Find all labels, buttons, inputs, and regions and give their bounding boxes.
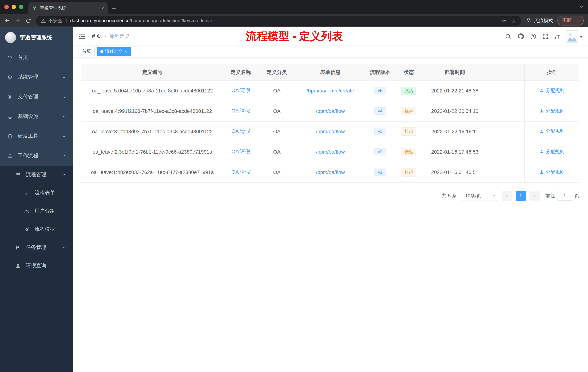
user-icon: [539, 149, 544, 154]
assign-rule-link[interactable]: 分配规则: [539, 128, 565, 135]
assign-rule-label: 分配规则: [546, 128, 565, 135]
definition-name-link[interactable]: OA 请假: [231, 108, 250, 114]
security-label[interactable]: 不安全: [48, 17, 63, 24]
sidebar-item-leave-query[interactable]: 请假查询: [0, 257, 73, 275]
assign-rule-link[interactable]: 分配规则: [539, 108, 565, 114]
definition-table-body: oa_leave:5:004b710b-7b8a-11ec-8ef0-acde4…: [82, 80, 579, 182]
version-badge: v2: [374, 148, 386, 155]
sidebar-item-home[interactable]: 首页: [0, 48, 73, 67]
tab-title: 芋道管理系统: [40, 5, 98, 11]
form-link[interactable]: /bpm/oa/flow: [316, 169, 345, 175]
assign-rule-link[interactable]: 分配规则: [539, 169, 565, 175]
sidebar-item-label: 系统管理: [18, 74, 62, 80]
definition-name-link[interactable]: OA 请假: [231, 87, 250, 93]
sidebar-logo[interactable]: 芋道管理系统: [0, 27, 73, 48]
column-header: 定义编号: [82, 65, 223, 80]
yen-icon: [7, 94, 13, 100]
definition-name-link[interactable]: OA 请假: [231, 169, 250, 175]
forward-button[interactable]: [15, 17, 21, 24]
sidebar-item-payment[interactable]: 支付管理: [0, 87, 73, 107]
browser-tab[interactable]: 芋道管理系统: [28, 2, 108, 14]
chevron-up-icon: [62, 154, 66, 158]
form-document-icon: [23, 190, 30, 196]
breadcrumb-current: 流程定义: [109, 33, 130, 40]
assign-rule-label: 分配规则: [546, 149, 565, 155]
fullscreen-icon[interactable]: [543, 33, 548, 39]
definition-category: OA: [258, 142, 295, 162]
password-key-icon[interactable]: [501, 18, 507, 23]
sidebar-item-infrastructure[interactable]: 基础设施: [0, 107, 73, 126]
logo-avatar: [5, 32, 16, 43]
tab-search-chevron-icon[interactable]: [579, 4, 584, 9]
prev-page-button[interactable]: ‹: [502, 191, 512, 201]
back-button[interactable]: [4, 17, 10, 24]
help-question-icon[interactable]: [530, 33, 536, 40]
navbar-actions: [505, 30, 582, 43]
sidebar-item-label: 流程模型: [34, 226, 66, 233]
table-row: oa_leave:5:004b710b-7b8a-11ec-8ef0-acde4…: [82, 80, 579, 101]
assign-rule-label: 分配规则: [546, 108, 565, 114]
form-link[interactable]: /bpm/oa/flow: [316, 129, 345, 134]
column-header: 状态: [395, 65, 422, 80]
definition-name-link[interactable]: OA 请假: [231, 149, 250, 154]
sidebar-item-process-model[interactable]: 流程模型: [0, 220, 73, 238]
url-host: dashboard.yudao.iocoder.cn: [70, 18, 130, 23]
tag-process-definition[interactable]: 流程定义: [97, 47, 131, 56]
goto-page-input[interactable]: [557, 191, 572, 201]
definition-id: oa_leave:2:3c1f0ef1-76b1-11ec-9c66-a2380…: [82, 142, 223, 162]
zoom-window-button[interactable]: [19, 5, 23, 9]
sidebar-item-system[interactable]: 系统管理: [0, 67, 73, 87]
form-link[interactable]: /bpm/oa/leave/create: [306, 88, 354, 94]
bookmark-star-icon[interactable]: [511, 17, 516, 24]
chevron-up-icon: [62, 173, 66, 177]
browser-menu-icon[interactable]: [575, 17, 580, 23]
font-size-icon[interactable]: [555, 33, 560, 40]
next-page-button[interactable]: ›: [529, 191, 540, 201]
sidebar-item-process-form[interactable]: 流程表单: [0, 184, 73, 202]
current-page-button[interactable]: 1: [516, 191, 526, 201]
assign-rule-link[interactable]: 分配规则: [539, 87, 565, 94]
sidebar-item-label: 研发工具: [18, 133, 62, 139]
tags-view: 首页 流程定义: [73, 45, 588, 58]
chevron-down-icon: [62, 75, 66, 79]
hamburger-icon[interactable]: [79, 33, 85, 40]
form-link[interactable]: /bpm/oa/flow: [316, 149, 345, 155]
gear-icon: [7, 74, 13, 81]
tree-table-icon: [15, 172, 21, 177]
deploy-time: 2022-01-16 01:40:51: [422, 162, 487, 182]
version-badge: v3: [374, 128, 386, 135]
user-icon: [539, 129, 544, 134]
breadcrumb-home[interactable]: 首页: [91, 33, 101, 40]
sidebar-item-label: 请假查询: [26, 263, 66, 269]
sidebar-item-process-management[interactable]: 流程管理: [0, 166, 73, 184]
address-bar[interactable]: 不安全 dashboard.yudao.iocoder.cn/bpm/manag…: [36, 15, 521, 26]
sidebar-item-task-management[interactable]: 任务管理: [0, 238, 73, 257]
close-window-button[interactable]: [4, 5, 9, 9]
definition-id: oa_leave:5:004b710b-7b8a-11ec-8ef0-acde4…: [82, 80, 223, 101]
tag-close-icon[interactable]: [124, 49, 127, 54]
assign-rule-link[interactable]: 分配规则: [539, 149, 565, 155]
reload-button[interactable]: [25, 18, 31, 23]
browser-toolbar: 不安全 dashboard.yudao.iocoder.cn/bpm/manag…: [0, 14, 588, 27]
total-count-label: 共 5 条: [442, 192, 457, 199]
user-menu[interactable]: [566, 30, 582, 43]
minimize-window-button[interactable]: [12, 5, 16, 9]
form-link[interactable]: /bpm/oa/flow: [316, 108, 345, 114]
tab-close-icon[interactable]: [101, 5, 104, 11]
github-icon[interactable]: [517, 33, 524, 40]
sidebar: 芋道管理系统 首页 系统管理 支付管理: [0, 27, 73, 372]
navbar: 首页 / 流程定义 流程模型 - 定义列表: [73, 27, 588, 45]
url-path: /bpm/manager/definition?key=oa_leave: [130, 18, 212, 23]
new-tab-button[interactable]: +: [112, 5, 116, 12]
user-icon: [539, 109, 544, 113]
sidebar-item-user-group[interactable]: 用户分组: [0, 202, 73, 220]
sidebar-item-devtools[interactable]: 研发工具: [0, 126, 73, 146]
pagination: 共 5 条 10条/页 ‹ 1 › 前往 页: [82, 191, 579, 201]
sidebar-item-workflow[interactable]: 工作流程: [0, 146, 73, 166]
definition-name-link[interactable]: OA 请假: [231, 128, 250, 134]
browser-update-button[interactable]: 更新: [557, 16, 584, 25]
tag-home[interactable]: 首页: [79, 47, 94, 56]
search-icon[interactable]: [505, 33, 511, 40]
sidebar-item-label: 基础设施: [18, 113, 62, 120]
page-size-select[interactable]: 10条/页: [462, 191, 498, 201]
